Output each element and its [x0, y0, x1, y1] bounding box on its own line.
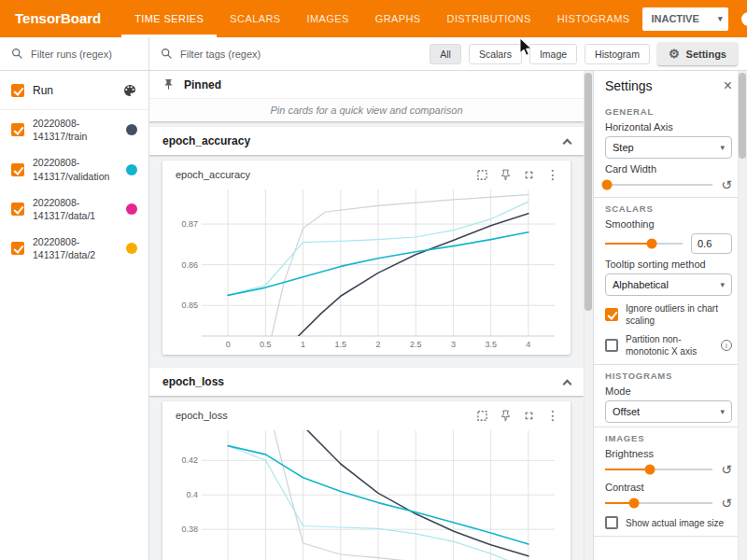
brightness-label: Brightness — [605, 448, 732, 460]
brightness-slider[interactable] — [605, 469, 712, 470]
chip-histogram[interactable]: Histogram — [585, 44, 650, 64]
run-checkbox[interactable] — [11, 123, 24, 136]
chevron-up-icon[interactable] — [563, 379, 572, 388]
pin-icon[interactable] — [500, 169, 512, 181]
svg-text:3.5: 3.5 — [485, 340, 497, 349]
filter-runs-input[interactable] — [31, 49, 137, 60]
close-icon[interactable]: × — [724, 78, 732, 93]
histogram-mode-select[interactable]: Offset ▾ — [605, 400, 732, 423]
run-checkbox[interactable] — [11, 203, 24, 216]
run-row-validation[interactable]: 20220808-141317/validation — [0, 149, 148, 189]
smoothing-value-input[interactable] — [691, 233, 732, 254]
settings-panel-header: Settings × — [605, 71, 732, 101]
run-color-dot — [126, 164, 137, 175]
svg-text:0.86: 0.86 — [181, 260, 198, 270]
nav-tabs: TIME SERIES SCALARS IMAGES GRAPHS DISTRI… — [121, 0, 642, 37]
theme-contrast-icon[interactable] — [741, 12, 747, 26]
palette-icon[interactable] — [122, 83, 137, 98]
histograms-heading: HISTOGRAMS — [605, 371, 732, 381]
section-header-epoch-loss[interactable]: epoch_loss — [149, 368, 584, 396]
fit-to-domain-icon[interactable] — [476, 410, 488, 422]
run-checkbox[interactable] — [11, 242, 24, 255]
run-color-dot — [126, 243, 137, 254]
run-checkbox[interactable] — [11, 163, 24, 176]
section-title: epoch_accuracy — [162, 134, 250, 147]
fullscreen-icon[interactable] — [523, 410, 535, 422]
svg-text:3: 3 — [451, 340, 456, 349]
tab-graphs[interactable]: GRAPHS — [362, 0, 434, 37]
more-options-icon[interactable]: ⋮ — [546, 168, 559, 181]
tooltip-sorting-label: Tooltip sorting method — [605, 259, 732, 271]
scrollbar-thumb[interactable] — [585, 73, 592, 311]
info-icon[interactable]: i — [721, 340, 732, 351]
slider-thumb[interactable] — [646, 239, 656, 249]
ignore-outliers-checkbox[interactable] — [605, 308, 618, 321]
horizontal-axis-label: Horizontal Axis — [605, 121, 732, 133]
pinned-card: Pinned Pin cards for a quick view and co… — [149, 71, 584, 121]
chart-card-header: epoch_loss — [170, 405, 563, 426]
run-row-data-2[interactable]: 20220808-141317/data/2 — [0, 229, 148, 268]
ignore-outliers-checkbox-row[interactable]: Ignore outliers in chart scaling — [605, 302, 732, 327]
run-row-train[interactable]: 20220808-141317/train — [0, 110, 148, 149]
actual-image-size-label: Show actual image size — [626, 517, 724, 529]
partition-x-axis-checkbox-row[interactable]: Partition non-monotonic X axis i — [605, 333, 732, 357]
chart-card-header: epoch_accuracy — [170, 164, 563, 185]
chevron-down-icon: ▾ — [720, 143, 725, 152]
reset-icon[interactable]: ↺ — [721, 497, 732, 510]
chevron-up-icon[interactable] — [563, 138, 572, 147]
pin-icon[interactable] — [500, 410, 512, 422]
settings-button[interactable]: ⚙ Settings — [657, 42, 738, 65]
section-epoch-accuracy: epoch_accuracy epoch_accuracy — [149, 127, 584, 362]
main-scrollbar[interactable] — [584, 71, 593, 560]
filter-tags-input[interactable] — [180, 49, 418, 60]
slider-thumb[interactable] — [629, 498, 640, 509]
slider-thumb[interactable] — [602, 180, 613, 190]
tags-filter-box — [149, 48, 430, 60]
tensorboard-app: TensorBoard TIME SERIES SCALARS IMAGES G… — [0, 0, 747, 560]
chart-card-actions: ⋮ — [476, 168, 559, 181]
reset-icon[interactable]: ↺ — [721, 463, 732, 476]
run-row-data-1[interactable]: 20220808-141317/data/1 — [0, 189, 148, 229]
cards-main-area: Pinned Pin cards for a quick view and co… — [149, 71, 593, 560]
more-options-icon[interactable]: ⋮ — [546, 409, 559, 422]
reset-icon[interactable]: ↺ — [721, 178, 732, 191]
fullscreen-icon[interactable] — [523, 169, 535, 181]
card-width-slider[interactable] — [605, 184, 712, 186]
tab-distributions[interactable]: DISTRIBUTIONS — [434, 0, 544, 37]
actual-image-size-checkbox[interactable] — [605, 516, 618, 529]
smoothing-slider[interactable] — [605, 243, 683, 245]
chip-all[interactable]: All — [430, 44, 461, 64]
partition-x-axis-checkbox[interactable] — [605, 339, 618, 352]
divider — [594, 427, 747, 427]
epoch-loss-card: epoch_loss — [162, 401, 571, 560]
tab-images[interactable]: IMAGES — [293, 0, 361, 37]
horizontal-axis-select[interactable]: Step ▾ — [605, 136, 732, 159]
tab-scalars[interactable]: SCALARS — [217, 0, 293, 37]
run-name: 20220808-141317/validation — [33, 156, 118, 182]
slider-thumb[interactable] — [645, 465, 655, 475]
tab-time-series[interactable]: TIME SERIES — [121, 0, 217, 37]
chip-image[interactable]: Image — [529, 44, 577, 64]
tooltip-sorting-select[interactable]: Alphabetical ▾ — [605, 273, 732, 296]
select-all-runs-checkbox[interactable] — [11, 84, 24, 97]
divider — [594, 197, 747, 198]
scrollbar-thumb[interactable] — [739, 73, 746, 159]
scalars-heading: SCALARS — [605, 203, 732, 214]
settings-button-label: Settings — [686, 49, 726, 60]
chip-scalars[interactable]: Scalars — [469, 44, 522, 64]
contrast-label: Contrast — [605, 482, 732, 494]
epoch-loss-chart[interactable]: 00.511.522.533.540.420.40.380.36 — [170, 426, 562, 560]
epoch-accuracy-chart[interactable]: 00.511.522.533.540.850.860.87 — [170, 185, 562, 353]
contrast-slider[interactable] — [605, 502, 712, 504]
ignore-outliers-label: Ignore outliers in chart scaling — [626, 302, 732, 327]
fit-to-domain-icon[interactable] — [476, 169, 488, 181]
run-name: 20220808-141317/data/1 — [33, 196, 118, 222]
search-icon — [11, 48, 23, 60]
partition-x-axis-label: Partition non-monotonic X axis — [626, 333, 713, 357]
tab-histograms[interactable]: HISTOGRAMS — [544, 0, 643, 37]
settings-scrollbar[interactable] — [738, 71, 747, 560]
section-header-epoch-accuracy[interactable]: epoch_accuracy — [149, 127, 584, 155]
actual-image-size-checkbox-row[interactable]: Show actual image size — [605, 516, 732, 529]
smoothing-label: Smoothing — [605, 218, 732, 231]
status-dropdown[interactable]: INACTIVE ▾ — [642, 7, 728, 31]
